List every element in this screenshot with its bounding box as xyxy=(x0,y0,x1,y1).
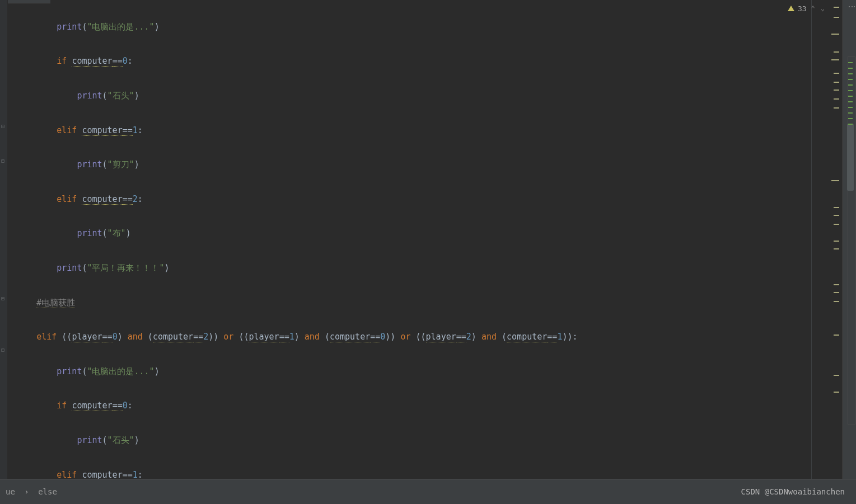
string-literal: "平局！再来！！！" xyxy=(87,263,164,273)
fn-call: print xyxy=(57,22,82,32)
num: 2 xyxy=(203,332,208,342)
gutter: ⊟ ⊟ ⊟ ⊟ xyxy=(0,0,8,479)
num: 0 xyxy=(123,56,128,66)
var: computer xyxy=(330,332,370,342)
keyword-and: and xyxy=(305,332,320,342)
watermark: CSDN @CSDNwoaibianchen xyxy=(741,487,850,496)
keyword-or: or xyxy=(400,332,410,342)
string-literal: "电脑出的是..." xyxy=(87,22,154,32)
string-literal: "剪刀" xyxy=(107,159,134,169)
var: computer xyxy=(507,332,547,342)
warning-icon[interactable] xyxy=(788,6,794,11)
string-literal: "石头" xyxy=(107,435,134,445)
string-literal: "布" xyxy=(107,228,126,238)
comment: #电脑获胜 xyxy=(36,298,75,308)
scrollbar-track[interactable] xyxy=(848,56,855,425)
num: 2 xyxy=(133,194,138,204)
breadcrumb-bar: ue › else CSDN @CSDNwoaibianchen xyxy=(0,479,856,504)
breadcrumb-item[interactable]: else xyxy=(38,487,57,496)
code-content[interactable]: print("电脑出的是...") if computer==0: print(… xyxy=(8,0,811,479)
keyword-and: and xyxy=(481,332,497,342)
sidebar-label[interactable]: ⋮ xyxy=(843,3,856,10)
num: 0 xyxy=(113,332,118,342)
var: computer xyxy=(153,332,193,342)
fn-call: print xyxy=(57,263,82,273)
var: computer xyxy=(82,194,122,205)
var: computer xyxy=(72,56,112,67)
fn-call: print xyxy=(77,91,102,101)
overview-ruler[interactable] xyxy=(811,0,843,479)
breadcrumb-item[interactable]: ue xyxy=(6,487,15,496)
var: player xyxy=(249,332,279,342)
var: computer xyxy=(82,470,122,479)
num: 1 xyxy=(289,332,294,342)
string-literal: "电脑出的是..." xyxy=(87,366,154,376)
right-tool-sidebar[interactable]: ⋮ xyxy=(843,0,856,479)
fold-icon[interactable]: ⊟ xyxy=(1,158,4,164)
fold-icon[interactable]: ⊟ xyxy=(1,347,4,353)
num: 1 xyxy=(133,470,138,479)
scrollbar-thumb[interactable] xyxy=(847,124,854,191)
keyword-if: if xyxy=(57,56,67,66)
keyword-if: if xyxy=(57,401,67,411)
fn-call: print xyxy=(77,435,102,445)
var: computer xyxy=(82,125,122,136)
keyword-elif: elif xyxy=(36,332,57,342)
breadcrumb-separator: › xyxy=(24,487,29,496)
chevron-up-icon[interactable]: ⌃ xyxy=(810,3,816,13)
fn-call: print xyxy=(77,228,102,238)
fn-call: print xyxy=(57,366,82,376)
keyword-elif: elif xyxy=(57,125,77,135)
keyword-elif: elif xyxy=(57,194,77,204)
keyword-elif: elif xyxy=(57,470,77,479)
num: 1 xyxy=(557,332,562,342)
keyword-or: or xyxy=(223,332,233,342)
num: 1 xyxy=(133,125,138,135)
editor-area: ⊟ ⊟ ⊟ ⊟ print("电脑出的是...") if computer==0… xyxy=(0,0,843,479)
var: player xyxy=(426,332,456,342)
num: 2 xyxy=(466,332,471,342)
string-literal: "石头" xyxy=(107,91,134,101)
fold-icon[interactable]: ⊟ xyxy=(1,123,4,129)
keyword-and: and xyxy=(128,332,143,342)
inspection-status: 33 ⌃ ⌄ xyxy=(788,3,826,13)
fold-icon[interactable]: ⊟ xyxy=(1,295,4,302)
chevron-down-icon[interactable]: ⌄ xyxy=(820,3,826,13)
warning-count: 33 xyxy=(798,4,807,13)
num: 0 xyxy=(380,332,385,342)
fn-call: print xyxy=(77,159,102,169)
var: computer xyxy=(72,401,112,411)
num: 0 xyxy=(123,401,128,411)
var: player xyxy=(72,332,102,342)
